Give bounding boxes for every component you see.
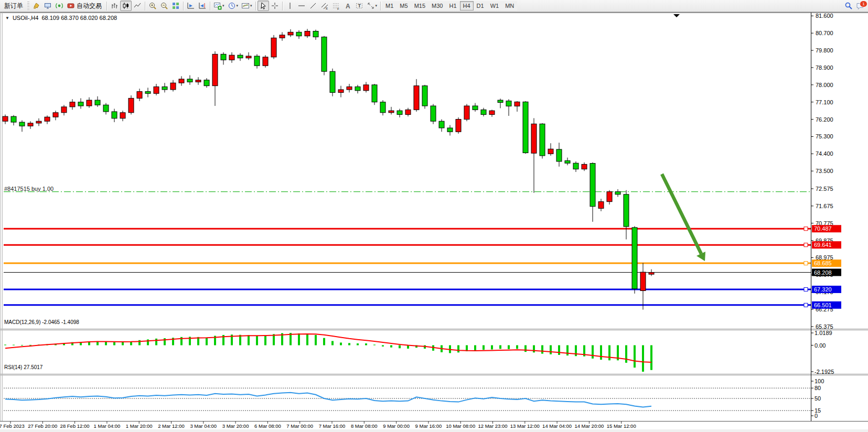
zoom-in-button[interactable] (147, 1, 158, 11)
candle-body (431, 106, 436, 121)
candle-body (145, 92, 151, 94)
macd-tick-label: 0.00 (815, 342, 826, 349)
candle-body (456, 120, 461, 132)
text-label-button[interactable]: T (353, 1, 365, 11)
macd-histogram-bar (331, 341, 334, 345)
fibonacci-button[interactable]: F (330, 1, 342, 11)
level-lines[interactable] (4, 192, 811, 307)
candle-body (582, 164, 587, 169)
macd-histogram-bar (13, 345, 15, 345)
candle-body (263, 57, 268, 66)
timeframe-m1-button[interactable]: M1 (382, 1, 397, 10)
candle-body (355, 87, 360, 90)
timeframe-h1-button[interactable]: H1 (446, 1, 459, 10)
macd-histogram-bar (264, 336, 266, 345)
price-tick-label: 73.500 (816, 168, 833, 174)
candle-body (128, 98, 134, 112)
candle-body (162, 87, 167, 89)
timeframe-m15-button[interactable]: M15 (411, 1, 428, 10)
arrows-button[interactable]: ▾ (365, 1, 379, 11)
seal-button[interactable] (30, 1, 42, 11)
template-chart-icon (241, 2, 250, 10)
macd-histogram-bar (4, 344, 6, 345)
candle-body (322, 37, 327, 71)
profiles-button[interactable] (42, 1, 53, 11)
candle-body (3, 116, 8, 121)
macd-histogram-bar (508, 345, 510, 349)
time-tick-label: 15 Mar 12:00 (607, 423, 636, 429)
rsi-tick-label: 0 (815, 413, 818, 419)
fibonacci-icon: F (332, 2, 340, 10)
macd-histogram-bar (155, 339, 157, 345)
new-order-button[interactable]: 新订单 (1, 1, 26, 11)
macd-histogram-bar (600, 345, 602, 360)
toolbar-separator (380, 2, 381, 10)
auto-trading-button[interactable]: 自动交易 (65, 1, 105, 11)
chart-bars-button[interactable] (109, 1, 120, 11)
timeframe-h4-button[interactable]: H4 (460, 1, 474, 10)
trendline-button[interactable] (307, 1, 319, 11)
tile-windows-button[interactable] (170, 1, 181, 11)
crosshair-button[interactable] (269, 1, 281, 11)
chart-window: 81.60080.70079.80078.90078.00077.10076.2… (0, 12, 868, 432)
time-tick-label: 27 Feb 20:00 (28, 423, 57, 429)
price-badge-label: 67.320 (814, 286, 832, 293)
candle-body (95, 100, 100, 105)
price-tick-label: 65.375 (816, 323, 833, 330)
candle-body (573, 163, 578, 169)
timeframe-mn-button[interactable]: MN (502, 1, 517, 10)
chart-shift-button[interactable] (197, 1, 208, 11)
chart-candles-button[interactable] (120, 1, 132, 11)
chart-frame (0, 13, 868, 432)
time-axis[interactable]: 27 Feb 202327 Feb 20:0028 Feb 12:001 Mar… (0, 422, 636, 429)
search-button[interactable] (843, 1, 854, 11)
zoom-out-button[interactable] (158, 1, 170, 11)
candle-body (179, 79, 184, 83)
trend-arrow[interactable] (662, 174, 705, 261)
cursor-button[interactable] (258, 1, 269, 11)
periods-button[interactable]: ▾ (226, 1, 240, 11)
timeframe-w1-button[interactable]: W1 (487, 1, 502, 10)
price-badge-label: 69.641 (814, 242, 832, 248)
candle-body (87, 100, 92, 106)
svg-text:A: A (346, 3, 350, 10)
text-label-icon: T (355, 2, 363, 10)
candle-body (422, 86, 427, 106)
timeframe-m5-button[interactable]: M5 (397, 1, 411, 10)
notifications-button[interactable]: 1 (854, 1, 866, 11)
channel-button[interactable]: E (319, 1, 330, 11)
horizontal-line-button[interactable] (296, 1, 307, 11)
macd-histogram-bar (650, 345, 652, 370)
templates-button[interactable]: ▾ (240, 1, 254, 11)
candle-body (439, 121, 444, 128)
candle-body (45, 117, 50, 121)
line-handle (804, 243, 808, 247)
indicators-button[interactable]: ▾ (212, 1, 226, 11)
candle-body (288, 32, 293, 35)
text-button[interactable]: A (342, 1, 353, 11)
macd-histogram-bar (147, 339, 149, 345)
candle-body (632, 228, 637, 289)
macd-histogram-bar (642, 345, 644, 372)
toolbar-separator (255, 2, 256, 10)
line-handle (804, 303, 808, 307)
vertical-line-button[interactable] (284, 1, 296, 11)
time-tick-label: 3 Mar 20:00 (222, 423, 249, 429)
price-axis[interactable]: 81.60080.70079.80078.90078.00077.10076.2… (811, 13, 841, 419)
time-tick-label: 6 Mar 08:00 (254, 423, 281, 429)
macd-histogram-bar (373, 344, 376, 345)
svg-text:F: F (337, 7, 339, 10)
candle-body (170, 83, 176, 90)
auto-scroll-button[interactable] (185, 1, 197, 11)
macd-histogram-bar (113, 342, 115, 345)
timeframe-m30-button[interactable]: M30 (428, 1, 446, 10)
chart-canvas[interactable]: 81.60080.70079.80078.90078.00077.10076.2… (0, 13, 868, 432)
price-tick-label: 77.100 (816, 99, 833, 105)
macd-tick-label: 1.0189 (815, 330, 832, 336)
chart-line-button[interactable] (132, 1, 143, 11)
time-tick-label: 10 Mar 08:00 (446, 423, 475, 429)
bar-chart-icon (110, 2, 119, 10)
candle-body (28, 123, 33, 126)
signal-button[interactable] (53, 1, 65, 11)
timeframe-d1-button[interactable]: D1 (474, 1, 487, 10)
